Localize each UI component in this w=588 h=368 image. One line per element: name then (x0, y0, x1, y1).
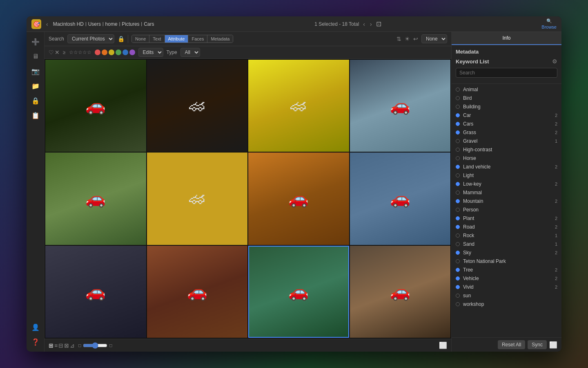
sun-button[interactable]: ☀ (405, 36, 410, 42)
search-select[interactable]: Current Photos (67, 34, 114, 43)
keyword-item[interactable]: Vivid2 (454, 283, 559, 291)
view-grid-button[interactable]: ⊞ (49, 342, 53, 349)
view-detail-button[interactable]: ⊿ (70, 342, 75, 349)
sidebar-camera-icon[interactable]: 📷 (29, 65, 42, 78)
star-rating[interactable]: ☆☆☆☆☆ (69, 49, 91, 55)
photo-cell-10[interactable]: 🚗 (147, 246, 248, 338)
photo-cell-5[interactable]: 🚗 (45, 153, 146, 245)
back-button[interactable]: ‹ (45, 20, 50, 28)
keyword-item[interactable]: Mammal (454, 188, 559, 197)
browse-button[interactable]: 🔍 Browse (541, 18, 557, 29)
panel-toggle-right-button[interactable]: ⬜ (549, 341, 557, 349)
sync-button[interactable]: Sync (528, 340, 547, 349)
prev-button[interactable]: ‹ (361, 20, 367, 28)
breadcrumb-home[interactable]: home (105, 21, 118, 27)
photo-cell-7[interactable]: 🚗 (248, 153, 349, 245)
segment-attribute[interactable]: Attribute (165, 35, 189, 43)
view-list-button[interactable]: ≡ (54, 342, 58, 349)
size-small-button[interactable]: ◻ (78, 343, 81, 348)
keyword-item[interactable]: Mountain2 (454, 197, 559, 205)
tab-info[interactable]: Info (452, 32, 561, 45)
keyword-item[interactable]: workshop (454, 300, 559, 308)
segment-none[interactable]: None (132, 35, 149, 43)
sidebar-layers-icon[interactable]: 📋 (29, 109, 42, 122)
keyword-search-input[interactable] (456, 68, 557, 78)
photo-cell-8[interactable]: 🚗 (350, 153, 451, 245)
keyword-item[interactable]: Bird (454, 94, 559, 102)
keyword-item[interactable]: Car2 (454, 111, 559, 119)
size-slider[interactable] (83, 342, 107, 349)
sort-button[interactable]: ⇅ (396, 36, 401, 42)
breadcrumb-cars[interactable]: Cars (144, 21, 154, 27)
keyword-item[interactable]: Cars2 (454, 120, 559, 128)
panel-toggle-button[interactable]: ⬜ (439, 341, 447, 349)
keyword-item[interactable]: Light (454, 171, 559, 180)
keyword-item[interactable]: Vehicle2 (454, 274, 559, 283)
photo-cell-4[interactable]: 🚗 (350, 60, 451, 152)
undo-button[interactable]: ↩ (413, 36, 418, 42)
color-dot-red[interactable] (95, 49, 100, 55)
photo-cell-11[interactable]: 🚗 (248, 246, 349, 338)
bottom-bar: ⊞ ≡ ⊟ ⊠ ⊿ ◻ ◻ ⬜ (45, 339, 451, 352)
heart-icon[interactable]: ♡ (49, 49, 54, 56)
keyword-item[interactable]: sun (454, 292, 559, 300)
view-filmstrip-button[interactable]: ⊠ (64, 342, 69, 349)
keyword-item[interactable]: Sand1 (454, 240, 559, 248)
photo-cell-6[interactable]: 🏎 (147, 153, 248, 245)
type-select[interactable]: All (180, 48, 200, 57)
keyword-item[interactable]: Animal (454, 85, 559, 94)
folder-button[interactable]: ⊡ (376, 20, 381, 28)
keyword-dot (456, 285, 460, 289)
search-label: Search (49, 36, 64, 42)
breadcrumb-sep1: | (85, 22, 87, 26)
keyword-item[interactable]: High-contrast (454, 146, 559, 154)
keyword-item[interactable]: Building (454, 103, 559, 111)
photo-cell-3[interactable]: 🏎 (248, 60, 349, 152)
color-dot-green[interactable] (116, 49, 121, 55)
photo-cell-2[interactable]: 🏎 (147, 60, 248, 152)
sidebar-user-icon[interactable]: 👤 (29, 321, 42, 334)
photo-cell-9[interactable]: 🚗 (45, 246, 146, 338)
keyword-item[interactable]: Grass2 (454, 128, 559, 137)
view-compare-button[interactable]: ⊟ (58, 342, 63, 349)
edits-select[interactable]: Edits (138, 48, 163, 57)
info-tab-bar: Info (452, 32, 561, 45)
keyword-item[interactable]: Person (454, 206, 559, 214)
segment-text[interactable]: Text (149, 35, 165, 43)
keyword-item[interactable]: Plant2 (454, 214, 559, 222)
breadcrumb-pictures[interactable]: Pictures (122, 21, 139, 27)
keyword-item[interactable]: Low-key2 (454, 180, 559, 188)
segment-faces[interactable]: Faces (188, 35, 207, 43)
keyword-gear-button[interactable]: ⚙ (552, 58, 557, 65)
title-bar: 🎯 ‹ Macintosh HD | Users | home | Pictur… (27, 16, 561, 32)
sidebar-add-icon[interactable]: ➕ (29, 35, 42, 48)
photo-cell-12[interactable]: 🚗 (350, 246, 451, 338)
size-large-button[interactable]: ◻ (109, 343, 112, 348)
reset-all-button[interactable]: Reset All (498, 340, 525, 349)
x-icon[interactable]: ✕ (55, 49, 60, 56)
keyword-dot (456, 173, 460, 177)
keyword-item[interactable]: Teton National Park (454, 257, 559, 265)
keyword-item[interactable]: Road2 (454, 223, 559, 231)
color-dot-yellow[interactable] (109, 49, 114, 55)
color-dot-purple[interactable] (129, 49, 135, 55)
sidebar-lock-icon[interactable]: 🔒 (29, 94, 42, 107)
next-button[interactable]: › (368, 20, 374, 28)
breadcrumb-users[interactable]: Users (88, 21, 101, 27)
keyword-item[interactable]: Gravel1 (454, 137, 559, 145)
sidebar-help-icon[interactable]: ❓ (29, 335, 42, 348)
none-select[interactable]: None (421, 34, 447, 43)
photo-cell-1[interactable]: 🚗 (45, 60, 146, 152)
keyword-item[interactable]: Tree2 (454, 266, 559, 274)
filter-lock-button[interactable]: 🔒 (118, 36, 125, 42)
color-dot-blue[interactable] (122, 49, 128, 55)
keyword-item[interactable]: Land vehicle2 (454, 163, 559, 171)
sidebar-monitor-icon[interactable]: 🖥 (29, 50, 42, 63)
color-dot-orange[interactable] (102, 49, 107, 55)
breadcrumb-macintosh[interactable]: Macintosh HD (53, 21, 84, 27)
segment-metadata[interactable]: Metadata (207, 35, 233, 43)
keyword-item[interactable]: Horse (454, 154, 559, 162)
keyword-item[interactable]: Sky2 (454, 249, 559, 257)
keyword-item[interactable]: Rock1 (454, 231, 559, 240)
sidebar-folder-icon[interactable]: 📁 (29, 79, 42, 92)
